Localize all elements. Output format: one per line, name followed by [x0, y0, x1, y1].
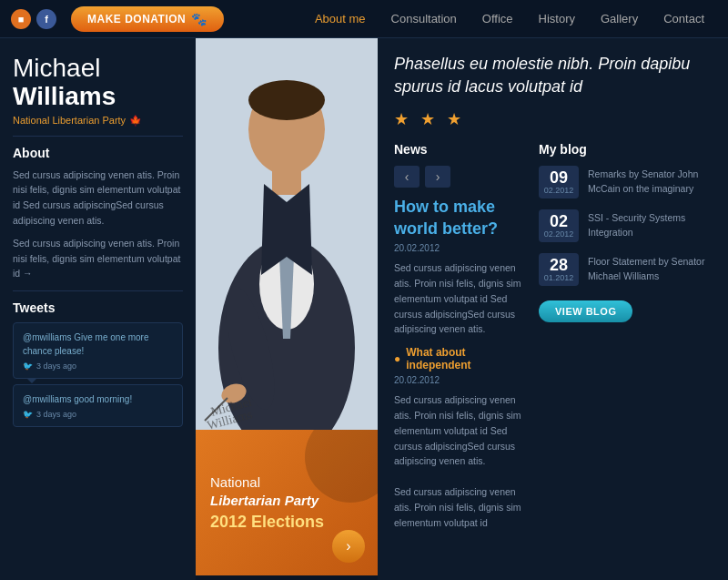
news-article2-body: Sed cursus adipiscing venen atis. Proin …: [394, 392, 524, 530]
person-photo: Michael Williams: [196, 38, 378, 430]
blog-day-1: 09: [539, 169, 579, 186]
nlp-arrow-button[interactable]: ›: [332, 530, 365, 563]
news-next-button[interactable]: ›: [425, 166, 450, 188]
tweet-1-text: @mwilliams Give me one more chance pleas…: [23, 331, 173, 358]
news-article2-date: 20.02.2012: [394, 375, 524, 385]
news-article1-body: Sed cursus adipiscing venen atis. Proin …: [394, 260, 524, 337]
nav-about[interactable]: About me: [302, 0, 379, 38]
divider-2: [13, 290, 183, 291]
nlp-line2: Libertarian Party: [210, 493, 318, 508]
donate-label: MAKE DONATION: [87, 13, 186, 25]
person-name: Michael Williams: [13, 55, 183, 111]
tweet-2: @mwilliams good morning! 🐦 3 days ago: [13, 384, 183, 427]
nav-office[interactable]: Office: [470, 0, 526, 38]
blog-entry-3: 28 01.2012 Floor Statement by Senator Mi…: [539, 253, 712, 286]
tweet-2-time: 🐦 3 days ago: [23, 410, 173, 419]
blog-text-2: SSI - Security Systems Integration: [588, 209, 712, 240]
news-column: News ‹ › How to make world better? 20.02…: [394, 142, 524, 539]
blog-text-1: Remarks by Senator John McCain on the im…: [588, 166, 712, 197]
nav-history[interactable]: History: [526, 0, 588, 38]
news-prev-button[interactable]: ‹: [394, 166, 420, 188]
rss-icon[interactable]: ■: [11, 9, 31, 29]
tweet-1-time: 🐦 3 days ago: [23, 361, 173, 371]
sidebar: Michael Williams National Libertarian Pa…: [0, 38, 196, 580]
news-article1-date: 20.02.2012: [394, 243, 524, 253]
blog-month-1: 02.2012: [539, 186, 579, 195]
news-article2-title: ● What about independent: [394, 346, 524, 371]
blog-date-3: 28 01.2012: [539, 253, 579, 286]
last-name: Williams: [13, 82, 116, 110]
about-title: About: [13, 146, 183, 160]
tweet-1: @mwilliams Give me one more chance pleas…: [13, 322, 183, 379]
paw-icon: 🐾: [191, 12, 207, 26]
party-label: National Libertarian Party 🍁: [13, 115, 183, 127]
header: ■ f MAKE DONATION 🐾 About me Consultatio…: [0, 0, 728, 38]
nav-contact[interactable]: Contact: [651, 0, 717, 38]
about-text-2: Sed cursus adipiscing venen atis. Proin …: [13, 236, 183, 281]
facebook-icon[interactable]: f: [36, 9, 56, 29]
blog-month-2: 02.2012: [539, 229, 579, 239]
center-column: Michael Williams National Libertarian Pa…: [196, 38, 378, 580]
nav-gallery[interactable]: Gallery: [588, 0, 651, 38]
svg-rect-6: [272, 168, 301, 195]
nlp-card: National Libertarian Party 2012 Election…: [196, 430, 378, 575]
main-nav: About me Consultation Office History Gal…: [302, 0, 717, 38]
twitter-icon-1: 🐦: [23, 361, 33, 371]
svg-point-5: [248, 80, 325, 120]
news-article1-title: How to make world better?: [394, 197, 524, 239]
news-navigation: ‹ ›: [394, 166, 524, 188]
about-text-1: Sed cursus adipiscing venen atis. Proin …: [13, 168, 183, 229]
leaf-icon: 🍁: [129, 115, 142, 127]
nlp-card-title: National Libertarian Party: [210, 473, 363, 509]
party-name: National Libertarian Party: [13, 115, 126, 126]
two-column-layout: News ‹ › How to make world better? 20.02…: [394, 142, 712, 539]
blog-entry-2: 02 02.2012 SSI - Security Systems Integr…: [539, 209, 712, 242]
hero-quote: Phasellus eu molestie nibh. Proin dapibu…: [394, 53, 712, 98]
tweets-title: Tweets: [13, 300, 183, 315]
divider-1: [13, 136, 183, 137]
rating-stars: ★ ★ ★: [394, 109, 712, 129]
blog-date-1: 09 02.2012: [539, 166, 579, 198]
blog-month-3: 01.2012: [539, 273, 579, 282]
nav-consultation[interactable]: Consultation: [379, 0, 470, 38]
blog-title: My blog: [539, 142, 712, 157]
nlp-line1: National: [210, 474, 260, 490]
tweet-2-text: @mwilliams good morning!: [23, 392, 173, 406]
bullet-icon: ●: [394, 352, 400, 365]
nlp-year: 2012 Elections: [210, 513, 363, 532]
blog-text-3: Floor Statement by Senator Michael Willi…: [588, 253, 712, 284]
blog-day-2: 02: [539, 213, 579, 229]
donate-button[interactable]: MAKE DONATION 🐾: [71, 6, 224, 32]
blog-date-2: 02 02.2012: [539, 209, 579, 242]
news-title: News: [394, 142, 524, 157]
first-name: Michael: [13, 54, 100, 82]
blog-entry-1: 09 02.2012 Remarks by Senator John McCai…: [539, 166, 712, 198]
main-layout: Michael Williams National Libertarian Pa…: [0, 38, 728, 580]
main-content: Phasellus eu molestie nibh. Proin dapibu…: [378, 38, 728, 580]
social-icons: ■ f: [11, 9, 56, 29]
view-blog-button[interactable]: VIEW BLOG: [539, 300, 632, 322]
blog-column: My blog 09 02.2012 Remarks by Senator Jo…: [539, 142, 712, 539]
twitter-icon-2: 🐦: [23, 410, 33, 419]
photo-area: Michael Williams: [196, 38, 378, 430]
blog-day-3: 28: [539, 257, 579, 273]
